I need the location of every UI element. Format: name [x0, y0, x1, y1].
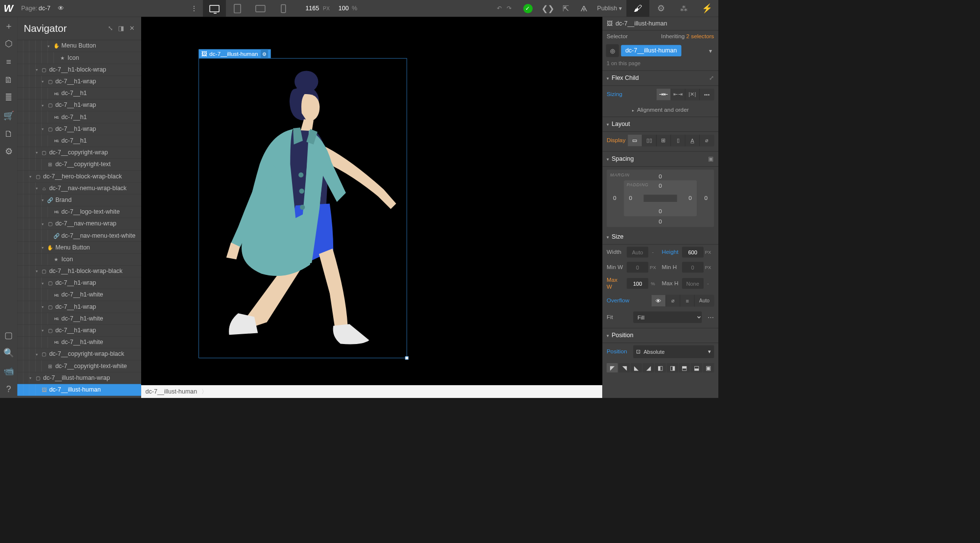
style-tab-icon[interactable]: 🖌	[626, 0, 649, 17]
display-block-button[interactable]: ▭	[628, 135, 642, 146]
nav-item[interactable]: ▾✋Menu Button	[17, 242, 141, 253]
desktop-device-button[interactable]	[203, 0, 226, 17]
margin-right[interactable]: 0	[704, 195, 708, 201]
collapse-icon[interactable]: ⤡	[108, 25, 113, 32]
section-position[interactable]: ▾Position	[602, 328, 718, 343]
audit-icon[interactable]: Ѧ	[575, 4, 593, 13]
alignment-order-toggle[interactable]: Alignment and order	[602, 103, 718, 117]
nav-item[interactable]: ▾▢dc-7__h1-wrap	[17, 123, 141, 135]
cms-icon[interactable]: ≣	[0, 89, 17, 107]
tablet-device-button[interactable]	[226, 0, 249, 17]
nav-item[interactable]: H1dc-7__logo-text-white	[17, 206, 141, 218]
search-icon[interactable]: 🔍	[0, 344, 17, 362]
display-inline-block-button[interactable]: ▯	[671, 135, 685, 146]
code-export-icon[interactable]: ❮❯	[539, 4, 557, 13]
more-icon[interactable]: ⋮	[191, 5, 197, 12]
redo-icon[interactable]: ↷	[507, 5, 512, 12]
flex-grow-button[interactable]: ⇤⇥	[671, 89, 685, 100]
anchor-tl-button[interactable]: ◤	[607, 363, 618, 372]
selection-label[interactable]: 🖼 dc-7__illust-human ⚙	[198, 49, 270, 58]
navigator-tree[interactable]: ▾✋Menu Button★Icon▾▢dc-7__h1-block-wrap▾…	[17, 40, 141, 398]
display-inline-button[interactable]: A	[686, 135, 700, 146]
navigator-icon[interactable]: ≡	[0, 53, 17, 71]
nav-item[interactable]: ▾▢dc-7__h1-wrap	[17, 99, 141, 111]
nav-item[interactable]: ▾▢dc-7__illust-human-wrap	[17, 372, 141, 384]
nav-item[interactable]: ▾🔗Brand	[17, 195, 141, 206]
nav-item[interactable]: ▾▢dc-7__h1-wrap	[17, 76, 141, 88]
video-icon[interactable]: 📹	[0, 362, 17, 380]
anchor-bl-button[interactable]: ◣	[631, 363, 642, 372]
ecommerce-icon[interactable]: 🛒	[0, 107, 17, 125]
pages-icon[interactable]: 🗎	[0, 71, 17, 89]
nav-item[interactable]: ▾▢dc-7__h1-wrap	[17, 325, 141, 337]
display-none-button[interactable]: ⌀	[700, 135, 714, 146]
audits-icon[interactable]: ▢	[0, 326, 17, 345]
resize-handle[interactable]	[405, 356, 409, 360]
expand-icon[interactable]: ⤢	[709, 74, 714, 82]
undo-icon[interactable]: ↶	[497, 5, 502, 12]
webflow-logo[interactable]: W	[0, 0, 17, 17]
dock-icon[interactable]: ◨	[118, 25, 124, 32]
overflow-auto-button[interactable]: Auto	[695, 295, 714, 306]
overflow-scroll-button[interactable]: ≡	[680, 295, 694, 306]
nav-item[interactable]: ▾▢dc-7__hero-block-wrap-black	[17, 171, 141, 182]
settings-tab-icon[interactable]: ⚙	[649, 0, 672, 17]
margin-top[interactable]: 0	[659, 173, 662, 179]
nav-item[interactable]: H1dc-7__h1	[17, 135, 141, 147]
effects-tab-icon[interactable]: ⁂	[672, 0, 695, 17]
settings-icon[interactable]: ⚙	[0, 143, 17, 161]
section-flex-child[interactable]: ▾Flex Child ⤢	[602, 71, 718, 86]
section-spacing[interactable]: ▾Spacing ▣	[602, 151, 718, 167]
selector-chip[interactable]: dc-7__illust-human	[621, 45, 681, 56]
fit-more-icon[interactable]: ⋯	[708, 313, 714, 321]
anchor-bottom-button[interactable]: ⬓	[691, 363, 702, 372]
height-input[interactable]	[682, 247, 704, 258]
phone-device-button[interactable]	[272, 0, 295, 17]
canvas[interactable]: 🖼 dc-7__illust-human ⚙	[141, 17, 602, 385]
interactions-tab-icon[interactable]: ⚡	[695, 0, 718, 17]
nav-item[interactable]: ▾▢dc-7__h1-block-wrap	[17, 64, 141, 75]
anchor-left-button[interactable]: ◧	[655, 363, 666, 372]
spacing-expand-icon[interactable]: ▣	[708, 155, 714, 163]
breadcrumb[interactable]: dc-7__illust-human 〉	[141, 385, 602, 398]
zoom-level[interactable]: 100	[339, 5, 349, 12]
nav-item[interactable]: ▾▢dc-7__copyright-wrap	[17, 147, 141, 159]
nav-item[interactable]: ⊞dc-7__copyright-text-white	[17, 360, 141, 372]
nav-item[interactable]: ▾▢dc-7__h1-block-wrap-black	[17, 266, 141, 277]
nav-item[interactable]: H1dc-7__h1	[17, 111, 141, 123]
selection-settings-icon[interactable]: ⚙	[261, 49, 268, 58]
inheriting-count[interactable]: 2 selectors	[686, 33, 714, 39]
nav-item[interactable]: H1dc-7__h1-white	[17, 289, 141, 301]
position-select[interactable]: ⊡Absolute ▾	[633, 345, 714, 358]
nav-item[interactable]: ▾⌂dc-7__nav-nemu-wrap-black	[17, 182, 141, 194]
selector-target-icon[interactable]: ◎	[606, 44, 619, 57]
nav-item[interactable]: ▾▢dc-7__h1-wrap	[17, 301, 141, 313]
preview-icon[interactable]: 👁	[58, 5, 64, 12]
anchor-right-button[interactable]: ◨	[667, 363, 678, 372]
flex-more-button[interactable]: •••	[700, 89, 714, 100]
nav-item[interactable]: ▾▢dc-7__h1-wrap	[17, 277, 141, 289]
display-flex-button[interactable]: ▯▯	[642, 135, 657, 146]
width-input[interactable]	[627, 247, 648, 258]
nav-item[interactable]: 🔗dc-7__nav-menu-text-white	[17, 230, 141, 242]
anchor-full-button[interactable]: ▣	[703, 363, 714, 372]
fit-select[interactable]: Fill	[633, 312, 702, 323]
overflow-visible-button[interactable]: 👁	[652, 295, 666, 306]
spacing-editor[interactable]: MARGIN 0 0 0 0 PADDING 0 0 0 0	[607, 170, 714, 227]
maxh-input[interactable]	[682, 278, 704, 289]
page-name[interactable]: dc-7	[39, 5, 50, 12]
display-grid-button[interactable]: ⊞	[657, 135, 671, 146]
flex-shrink-button[interactable]: ⇥⇤	[657, 89, 671, 100]
publish-button[interactable]: Publish ▾	[597, 5, 622, 12]
margin-left[interactable]: 0	[613, 195, 616, 201]
anchor-tr-button[interactable]: ◥	[619, 363, 630, 372]
anchor-br-button[interactable]: ◢	[643, 363, 654, 372]
padding-right[interactable]: 0	[688, 195, 692, 201]
nav-item[interactable]: ▾▢dc-7__copyright-wrap-black	[17, 348, 141, 360]
nav-item[interactable]: H1dc-7__h1-white	[17, 313, 141, 324]
help-icon[interactable]: ?	[0, 380, 17, 398]
nav-item[interactable]: H1dc-7__h1-white	[17, 337, 141, 348]
canvas-width[interactable]: 1165	[305, 5, 319, 12]
margin-bottom[interactable]: 0	[659, 219, 662, 225]
nav-item[interactable]: ▾✋Menu Button	[17, 40, 141, 52]
